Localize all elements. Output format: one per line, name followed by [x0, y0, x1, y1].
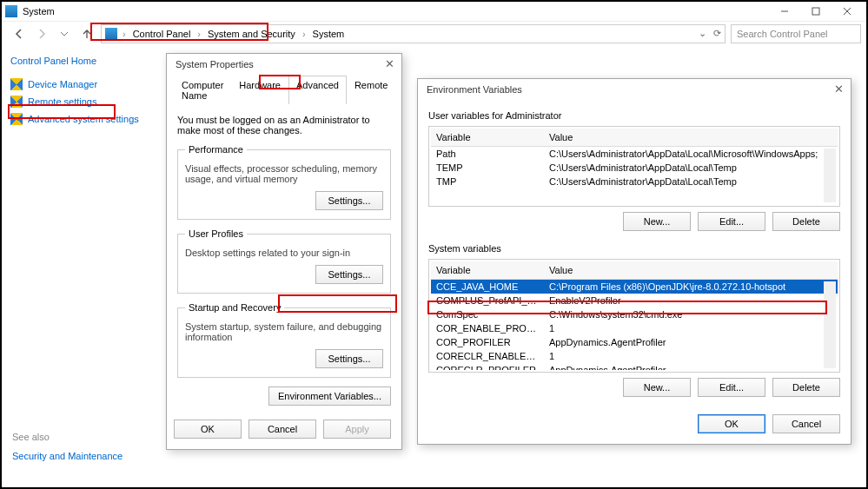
group-description: Desktop settings related to your sign-in [185, 248, 383, 258]
user-variables-label: User variables for Administrator [428, 110, 840, 121]
address-bar[interactable]: › Control Panel › System and Security › … [101, 24, 726, 43]
list-item[interactable]: CORECLR_ENABLE_PROFILI...1 [431, 349, 838, 363]
tab-computer-name[interactable]: Computer Name [174, 76, 231, 104]
performance-settings-button[interactable]: Settings... [315, 191, 383, 210]
environment-variables-dialog: Environment Variables ✕ User variables f… [417, 78, 851, 445]
cell-variable: ComSpec [431, 307, 544, 321]
svg-rect-0 [812, 8, 819, 15]
tab-hardware[interactable]: Hardware [231, 76, 288, 104]
system-variables-list[interactable]: Variable Value CCE_JAVA_HOMEC:\Program F… [428, 259, 840, 373]
dialog-close-button[interactable]: ✕ [834, 83, 844, 96]
cell-variable: CCE_JAVA_HOME [431, 280, 544, 294]
group-legend: User Profiles [185, 228, 247, 239]
shield-icon [10, 96, 23, 108]
list-item[interactable]: CORECLR_PROFILERAppDynamics.AgentProfile… [431, 363, 838, 370]
scrollbar[interactable] [824, 281, 836, 368]
breadcrumb-item[interactable]: System [311, 29, 347, 39]
cell-value: C:\Users\Administrator\AppData\Local\Tem… [544, 175, 838, 188]
column-header-value[interactable]: Value [544, 129, 838, 146]
address-dropdown-button[interactable]: ⌄ [699, 28, 706, 39]
environment-variables-button[interactable]: Environment Variables... [268, 387, 391, 406]
group-description: System startup, system failure, and debu… [185, 321, 383, 342]
system-new-button[interactable]: New... [623, 378, 691, 397]
cell-variable: CORECLR_ENABLE_PROFILI... [431, 349, 544, 363]
back-button[interactable] [10, 25, 28, 43]
close-button[interactable] [832, 2, 863, 21]
system-icon [105, 28, 117, 40]
tab-advanced[interactable]: Advanced [288, 76, 347, 104]
apply-button[interactable]: Apply [323, 420, 391, 439]
list-item[interactable]: ComSpecC:\Windows\system32\cmd.exe [431, 307, 838, 321]
see-also-section: See also Security and Maintenance [12, 432, 123, 461]
cell-value: C:\Windows\system32\cmd.exe [544, 307, 838, 321]
startup-settings-button[interactable]: Settings... [315, 349, 383, 368]
sidebar-item-label: Device Manager [28, 79, 97, 89]
chevron-right-icon: › [121, 29, 128, 39]
group-legend: Performance [185, 144, 247, 155]
list-item[interactable]: COR_ENABLE_PROFILING1 [431, 321, 838, 335]
cell-value: AppDynamics.AgentProfiler [544, 335, 838, 349]
cell-value: C:\Program Files (x86)\OpenJDK\jre-8.0.2… [544, 280, 838, 294]
user-delete-button[interactable]: Delete [772, 212, 840, 231]
shield-icon [10, 113, 23, 125]
cell-variable: TEMP [431, 161, 544, 175]
column-header-variable[interactable]: Variable [431, 261, 544, 279]
cancel-button[interactable]: Cancel [772, 414, 840, 433]
minimize-button[interactable] [769, 2, 800, 21]
control-panel-home-link[interactable]: Control Panel Home [10, 56, 155, 66]
column-header-value[interactable]: Value [544, 261, 838, 279]
recent-locations-button[interactable] [56, 25, 73, 43]
column-header-variable[interactable]: Variable [431, 129, 544, 146]
cell-variable: TMP [431, 175, 544, 188]
search-input[interactable]: Search Control Panel [731, 24, 861, 43]
list-item[interactable]: COMPLUS_ProfAPI_ProfilerC...EnableV2Prof… [431, 294, 838, 307]
chevron-right-icon: › [195, 29, 202, 39]
list-header: Variable Value [431, 261, 838, 280]
list-header: Variable Value [431, 129, 838, 147]
sidebar-item-remote-settings[interactable]: Remote settings [10, 96, 155, 108]
sidebar-item-label: Advanced system settings [28, 114, 139, 124]
chevron-right-icon: › [301, 29, 308, 39]
sidebar: Control Panel Home Device Manager Remote… [2, 45, 163, 487]
list-item[interactable]: PathC:\Users\Administrator\AppData\Local… [431, 147, 838, 161]
user-variables-list[interactable]: Variable Value PathC:\Users\Administrato… [428, 126, 840, 207]
dialog-title: Environment Variables [418, 79, 851, 100]
user-new-button[interactable]: New... [623, 212, 691, 231]
performance-group: Performance Visual effects, processor sc… [177, 144, 391, 220]
breadcrumb-item[interactable]: System and Security [206, 29, 297, 39]
maximize-button[interactable] [800, 2, 832, 21]
user-edit-button[interactable]: Edit... [698, 212, 765, 231]
cell-value: EnableV2Profiler [544, 294, 838, 307]
cell-variable: COMPLUS_ProfAPI_ProfilerC... [431, 294, 544, 307]
sidebar-item-advanced-system-settings[interactable]: Advanced system settings [10, 113, 155, 125]
navigation-bar: › Control Panel › System and Security › … [2, 21, 866, 45]
admin-note: You must be logged on as an Administrato… [177, 115, 391, 135]
user-profiles-settings-button[interactable]: Settings... [315, 265, 383, 284]
list-item[interactable]: TMPC:\Users\Administrator\AppData\Local\… [431, 175, 838, 188]
window-title: System [23, 6, 55, 17]
scrollbar[interactable] [824, 149, 836, 202]
system-variables-label: System variables [428, 243, 840, 254]
user-profiles-group: User Profiles Desktop settings related t… [177, 228, 391, 294]
cell-variable: CORECLR_PROFILER [431, 363, 544, 370]
system-delete-button[interactable]: Delete [772, 378, 840, 397]
list-item[interactable]: CCE_JAVA_HOMEC:\Program Files (x86)\Open… [431, 280, 838, 294]
forward-button[interactable] [33, 25, 50, 43]
cancel-button[interactable]: Cancel [248, 420, 316, 439]
ok-button[interactable]: OK [174, 420, 242, 439]
shield-icon [10, 78, 23, 90]
up-button[interactable] [78, 25, 96, 43]
system-properties-dialog: System Properties ✕ Computer Name Hardwa… [166, 53, 402, 450]
tab-remote[interactable]: Remote [347, 76, 396, 104]
list-item[interactable]: COR_PROFILERAppDynamics.AgentProfiler [431, 335, 838, 349]
refresh-button[interactable]: ⟳ [713, 28, 721, 39]
system-edit-button[interactable]: Edit... [698, 378, 765, 397]
cell-value: C:\Users\Administrator\AppData\Local\Tem… [544, 161, 838, 175]
see-also-heading: See also [12, 432, 123, 442]
see-also-link[interactable]: Security and Maintenance [12, 451, 123, 461]
dialog-close-button[interactable]: ✕ [385, 57, 394, 70]
breadcrumb-item[interactable]: Control Panel [131, 29, 193, 39]
ok-button[interactable]: OK [698, 414, 765, 433]
sidebar-item-device-manager[interactable]: Device Manager [10, 78, 155, 90]
list-item[interactable]: TEMPC:\Users\Administrator\AppData\Local… [431, 161, 838, 175]
